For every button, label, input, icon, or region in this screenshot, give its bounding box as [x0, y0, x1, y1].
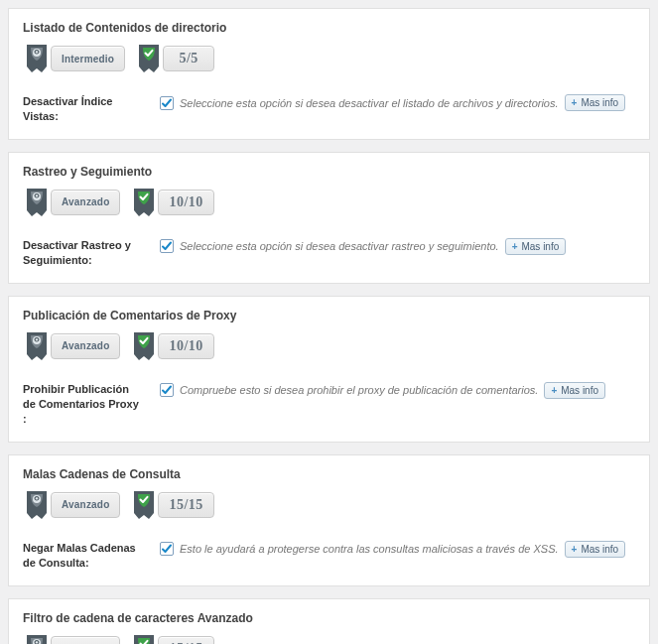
setting-description: Compruebe esto si desea prohibir el prox…: [180, 384, 538, 396]
shield-ribbon-icon: [26, 189, 48, 222]
level-label: Avanzado: [62, 196, 109, 207]
more-info-button[interactable]: +Mas info: [565, 541, 626, 558]
setting-row: Negar Malas Cadenas de Consulta: Esto le…: [23, 541, 635, 572]
level-label: Avanzado: [62, 340, 109, 351]
shield-ribbon-icon: [26, 45, 48, 78]
check-ribbon-icon: [133, 491, 155, 525]
section-panel: Filtro de cadena de caracteres Avanzado …: [8, 598, 650, 644]
score-badge: 10/10: [130, 189, 213, 222]
badges-row: Intermedio 5/5: [23, 45, 635, 78]
setting-row: Desactivar Rastreo y Seguimiento: Selecc…: [23, 238, 635, 269]
section-title: Publicación de Comentarios de Proxy: [23, 309, 635, 322]
section-title: Filtro de cadena de caracteres Avanzado: [23, 611, 635, 625]
level-label: Intermedio: [62, 54, 114, 64]
badges-row: Avanzado 10/10: [23, 189, 635, 222]
more-info-button[interactable]: +Mas info: [505, 238, 567, 255]
setting-label: Desactivar Rastreo y Seguimiento:: [23, 238, 142, 269]
shield-ribbon-icon: [26, 635, 48, 644]
badges-row: Avanzado 15/15: [23, 491, 635, 525]
more-info-button[interactable]: +Mas info: [565, 94, 626, 111]
section-panel: Rastreo y Seguimiento Avanzado 10/10 Des…: [8, 152, 650, 284]
level-badge: Avanzado: [23, 189, 120, 222]
score-label: 5/5: [179, 51, 197, 66]
section-title: Malas Cadenas de Consulta: [23, 467, 635, 481]
badges-row: Avanzado 15/15: [23, 635, 635, 644]
plus-icon: +: [572, 544, 578, 555]
section-panel: Malas Cadenas de Consulta Avanzado 15/15…: [8, 454, 650, 586]
setting-label: Desactivar Índice Vistas:: [23, 94, 142, 125]
setting-checkbox[interactable]: [160, 239, 174, 253]
check-ribbon-icon: [138, 45, 160, 78]
level-badge: Avanzado: [23, 635, 120, 644]
level-badge: Avanzado: [23, 491, 120, 525]
setting-checkbox[interactable]: [160, 542, 174, 556]
score-label: 10/10: [169, 338, 202, 354]
setting-checkbox[interactable]: [160, 96, 174, 110]
score-label: 15/15: [169, 497, 202, 513]
score-badge: 15/15: [130, 635, 213, 644]
check-ribbon-icon: [133, 635, 155, 644]
section-title: Listado de Contenidos de directorio: [23, 21, 635, 35]
score-badge: 15/15: [130, 491, 213, 525]
more-info-button[interactable]: +Mas info: [544, 382, 605, 399]
score-badge: 10/10: [130, 332, 213, 366]
setting-description: Esto le ayudará a protegerse contra las …: [180, 543, 559, 555]
setting-row: Prohibir Publicación de Comentarios Prox…: [23, 382, 635, 428]
setting-description: Seleccione esta opción si desea desactiv…: [180, 97, 559, 109]
level-badge: Avanzado: [23, 332, 120, 366]
score-label: 15/15: [169, 641, 202, 644]
plus-icon: +: [572, 97, 578, 108]
plus-icon: +: [512, 241, 518, 252]
shield-ribbon-icon: [26, 491, 48, 525]
section-panel: Listado de Contenidos de directorio Inte…: [8, 8, 650, 140]
setting-label: Negar Malas Cadenas de Consulta:: [23, 541, 142, 572]
level-badge: Intermedio: [23, 45, 125, 78]
setting-checkbox[interactable]: [160, 383, 174, 397]
check-ribbon-icon: [133, 332, 155, 366]
score-label: 10/10: [169, 194, 202, 210]
check-ribbon-icon: [133, 189, 155, 222]
setting-label: Prohibir Publicación de Comentarios Prox…: [23, 382, 142, 428]
badges-row: Avanzado 10/10: [23, 332, 635, 366]
score-badge: 5/5: [135, 45, 214, 78]
setting-description: Seleccione esta opción si desea desactiv…: [180, 240, 499, 252]
section-title: Rastreo y Seguimiento: [23, 165, 635, 179]
level-label: Avanzado: [62, 499, 109, 510]
section-panel: Publicación de Comentarios de Proxy Avan…: [8, 296, 650, 443]
setting-row: Desactivar Índice Vistas: Seleccione est…: [23, 94, 635, 125]
shield-ribbon-icon: [26, 332, 48, 366]
plus-icon: +: [551, 385, 557, 396]
